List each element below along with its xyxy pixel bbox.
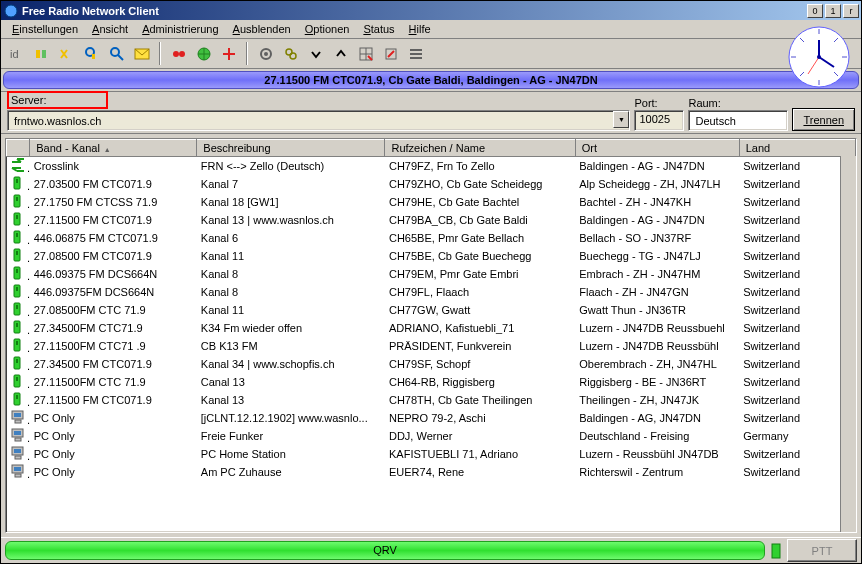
tool-users-icon[interactable] — [30, 42, 53, 65]
cell-land: Switzerland — [739, 193, 855, 211]
row-type-icon — [7, 373, 30, 391]
channel-list: Band - Kanal▲ Beschreibung Rufzeichen / … — [5, 138, 857, 533]
cell-beschreibung: PC Home Station — [197, 445, 385, 463]
server-combo[interactable]: ▼ — [7, 110, 630, 131]
row-type-icon — [7, 229, 30, 247]
row-type-icon — [7, 211, 30, 229]
cell-band: 27.1750 FM CTCSS 71.9 — [30, 193, 197, 211]
cell-band: 27.08500 FM CTC071.9 — [30, 247, 197, 265]
tool-expand-icon[interactable] — [379, 42, 402, 65]
tool-find-user-icon[interactable] — [80, 42, 103, 65]
column-icon[interactable] — [7, 140, 30, 157]
ptt-button[interactable]: PTT — [787, 539, 857, 562]
cell-land: Switzerland — [739, 265, 855, 283]
server-input[interactable] — [12, 113, 611, 128]
table-row[interactable]: 27.11500FM CTC 71.9Canal 13CH64-RB, Rigg… — [7, 373, 856, 391]
table-row[interactable]: 27.1750 FM CTCSS 71.9Kanal 18 [GW1]CH79H… — [7, 193, 856, 211]
row-type-icon — [7, 391, 30, 409]
table-row[interactable]: CrosslinkFRN <--> Zello (Deutsch)CH79FZ,… — [7, 157, 856, 176]
port-field[interactable]: 10025 — [634, 110, 684, 131]
tool-record-icon[interactable] — [167, 42, 190, 65]
tool-search-icon[interactable] — [105, 42, 128, 65]
table-row[interactable]: PC OnlyAm PC ZuhauseEUER74, ReneRichters… — [7, 463, 856, 481]
column-land[interactable]: Land — [739, 140, 855, 157]
cell-land: Switzerland — [739, 391, 855, 409]
table-row[interactable]: 27.11500 FM CTC071.9Kanal 13CH78TH, Cb G… — [7, 391, 856, 409]
close-button[interactable]: r — [843, 4, 859, 18]
table-row[interactable]: 27.03500 FM CTC071.9Kanal 7CH79ZHO, Cb G… — [7, 175, 856, 193]
menu-optionen[interactable]: Optionen — [298, 21, 357, 37]
menu-administrierung[interactable]: Administrierung — [135, 21, 225, 37]
port-label: Port: — [634, 97, 684, 110]
toolbar: id — [1, 39, 861, 69]
cell-ort: Embrach - ZH - JN47HM — [575, 265, 739, 283]
svg-rect-22 — [410, 57, 422, 59]
row-type-icon — [7, 445, 30, 463]
tool-shuffle-icon[interactable] — [55, 42, 78, 65]
svg-point-6 — [111, 48, 119, 56]
cell-beschreibung: Kanal 18 [GW1] — [197, 193, 385, 211]
titlebar[interactable]: Free Radio Network Client 0 1 r — [1, 1, 861, 20]
cell-band: 27.34500 FM CTC071.9 — [30, 355, 197, 373]
table-row[interactable]: 27.11500FM CTC71 .9CB K13 FMPRÄSIDENT, F… — [7, 337, 856, 355]
tool-globe-icon[interactable] — [192, 42, 215, 65]
cell-rufzeichen: CH79BA_CB, Cb Gate Baldi — [385, 211, 575, 229]
row-type-icon — [7, 247, 30, 265]
svg-rect-34 — [16, 269, 18, 273]
scrollbar-vertical[interactable] — [840, 156, 856, 532]
row-type-icon — [7, 301, 30, 319]
tool-grid-icon[interactable] — [354, 42, 377, 65]
table-row[interactable]: PC OnlyFreie FunkerDDJ, WernerDeutschlan… — [7, 427, 856, 445]
menu-status[interactable]: Status — [356, 21, 401, 37]
cell-band: 27.11500 FM CTC071.9 — [30, 391, 197, 409]
cell-ort: Luzern - JN47DB Reussbühl — [575, 337, 739, 355]
cell-beschreibung: Kanal 7 — [197, 175, 385, 193]
tool-id-icon[interactable]: id — [5, 42, 28, 65]
column-rufzeichen[interactable]: Rufzeichen / Name — [385, 140, 575, 157]
cell-rufzeichen: ADRIANO, Kafistuebli_71 — [385, 319, 575, 337]
row-type-icon — [7, 265, 30, 283]
table-row[interactable]: 27.11500 FM CTC071.9Kanal 13 | www.wasnl… — [7, 211, 856, 229]
menu-einstellungen[interactable]: Einstellungen — [5, 21, 85, 37]
menu-ausblenden[interactable]: Ausblenden — [226, 21, 298, 37]
minimize-button[interactable]: 0 — [807, 4, 823, 18]
tool-gear2-icon[interactable] — [279, 42, 302, 65]
column-ort[interactable]: Ort — [575, 140, 739, 157]
table-row[interactable]: 446.06875 FM CTC071.9Kanal 6CH65BE, Pmr … — [7, 229, 856, 247]
table-row[interactable]: 446.09375FM DCS664NKanal 8CH79FL, Flaach… — [7, 283, 856, 301]
table-row[interactable]: 27.34500 FM CTC071.9Kanal 34 | www.schop… — [7, 355, 856, 373]
table-row[interactable]: 27.34500FM CTC71.9K34 Fm wieder offenADR… — [7, 319, 856, 337]
trennen-button[interactable]: Trennen — [792, 108, 855, 131]
cell-band: 27.08500FM CTC 71.9 — [30, 301, 197, 319]
column-band[interactable]: Band - Kanal▲ — [30, 140, 197, 157]
tool-mail-icon[interactable] — [130, 42, 153, 65]
svg-rect-3 — [42, 50, 46, 58]
table-row[interactable]: 446.09375 FM DCS664NKanal 8CH79EM, Pmr G… — [7, 265, 856, 283]
status-row: QRV PTT — [1, 537, 861, 563]
cell-band: PC Only — [30, 409, 197, 427]
menubar: Einstellungen Ansicht Administrierung Au… — [1, 20, 861, 39]
svg-rect-54 — [15, 438, 21, 441]
tool-gear-settings-icon[interactable] — [254, 42, 277, 65]
table-row[interactable]: PC Only[jCLNT.12.12.1902] www.wasnlo...N… — [7, 409, 856, 427]
menu-ansicht[interactable]: Ansicht — [85, 21, 135, 37]
column-beschreibung[interactable]: Beschreibung — [197, 140, 385, 157]
tool-up-icon[interactable] — [329, 42, 352, 65]
table-row[interactable]: PC OnlyPC Home StationKAFISTUEBLI 71, Ad… — [7, 445, 856, 463]
tool-list-icon[interactable] — [404, 42, 427, 65]
separator — [159, 42, 161, 65]
svg-rect-50 — [14, 413, 21, 417]
table-row[interactable]: 27.08500 FM CTC071.9Kanal 11CH75BE, Cb G… — [7, 247, 856, 265]
table-row[interactable]: 27.08500FM CTC 71.9Kanal 11CH77GW, Gwatt… — [7, 301, 856, 319]
tool-arrows-icon[interactable] — [217, 42, 240, 65]
maximize-button[interactable]: 1 — [825, 4, 841, 18]
svg-text:id: id — [10, 48, 19, 60]
raum-combo[interactable]: ▼ — [688, 110, 788, 131]
tool-down-icon[interactable] — [304, 42, 327, 65]
svg-rect-24 — [16, 179, 18, 183]
cell-rufzeichen: EUER74, Rene — [385, 463, 575, 481]
menu-hilfe[interactable]: Hilfe — [402, 21, 438, 37]
cell-land: Switzerland — [739, 175, 855, 193]
row-type-icon — [7, 283, 30, 301]
chevron-down-icon[interactable]: ▼ — [613, 111, 629, 128]
